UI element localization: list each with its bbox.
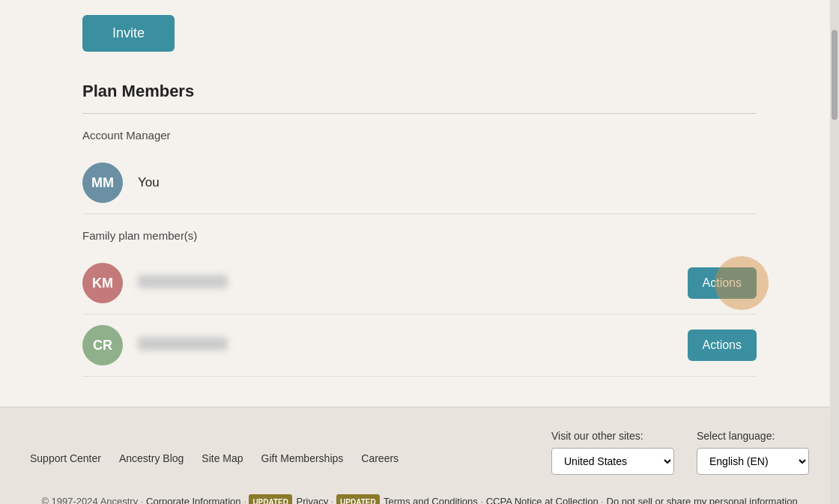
scrollbar-thumb[interactable] — [832, 30, 838, 120]
member-name — [138, 337, 688, 354]
main-content: Invite Plan Members Account Manager MM Y… — [67, 0, 772, 407]
table-row: KM Actions — [82, 252, 757, 315]
footer-link-gift[interactable]: Gift Memberships — [261, 452, 344, 464]
avatar: MM — [82, 163, 123, 203]
footer-link-sitemap[interactable]: Site Map — [202, 452, 243, 464]
actions-wrapper: Actions — [688, 267, 757, 299]
footer-privacy[interactable]: Privacy — [297, 496, 329, 504]
footer-link-support[interactable]: Support Center — [30, 452, 101, 464]
actions-button[interactable]: Actions — [688, 267, 757, 299]
actions-button-2[interactable]: Actions — [688, 330, 757, 361]
language-select[interactable]: English (EN) Español (ES) Français (FR) — [697, 448, 809, 475]
footer-do-not-sell[interactable]: Do not sell or share my personal informa… — [607, 496, 798, 504]
scrollbar[interactable] — [830, 0, 839, 504]
footer-right: Visit our other sites: United States Uni… — [551, 430, 809, 475]
separator: · — [141, 496, 146, 504]
table-row: CR Actions — [82, 315, 757, 377]
account-manager-row: MM You — [82, 152, 757, 214]
account-manager-name: You — [138, 175, 757, 190]
footer-link-blog[interactable]: Ancestry Blog — [119, 452, 184, 464]
country-select[interactable]: United States United Kingdom Australia C… — [551, 448, 674, 475]
account-manager-label: Account Manager — [82, 129, 757, 142]
copyright: © 1997-2024 Ancestry — [41, 496, 138, 504]
plan-members-title: Plan Members — [82, 82, 757, 101]
updated-badge-terms: UPDATED — [336, 494, 380, 504]
footer-top: Support Center Ancestry Blog Site Map Gi… — [30, 430, 809, 475]
language-select-group: Select language: English (EN) Español (E… — [697, 430, 809, 475]
separator: · — [480, 496, 485, 504]
member-name — [138, 275, 688, 292]
blurred-name — [138, 337, 228, 350]
family-section: Family plan member(s) KM Actions CR Acti… — [82, 229, 757, 377]
footer-corporate[interactable]: Corporate Information — [146, 496, 240, 504]
footer-terms[interactable]: Terms and Conditions — [384, 496, 478, 504]
footer: Support Center Ancestry Blog Site Map Gi… — [0, 407, 839, 504]
footer-bottom: © 1997-2024 Ancestry · Corporate Informa… — [30, 493, 809, 504]
avatar: CR — [82, 325, 123, 365]
separator: · — [601, 496, 606, 504]
country-select-group: Visit our other sites: United States Uni… — [551, 430, 674, 475]
separator: · — [331, 496, 336, 504]
blurred-name — [138, 275, 228, 288]
footer-ccpa[interactable]: CCPA Notice at Collection — [486, 496, 599, 504]
actions-wrapper: Actions — [688, 330, 757, 361]
family-members-label: Family plan member(s) — [82, 229, 757, 242]
separator: · — [243, 496, 249, 504]
footer-nav: Support Center Ancestry Blog Site Map Gi… — [30, 430, 399, 464]
footer-link-careers[interactable]: Careers — [361, 452, 399, 464]
language-label: Select language: — [697, 430, 809, 442]
invite-button[interactable]: Invite — [82, 15, 175, 52]
divider — [82, 113, 757, 114]
visit-sites-label: Visit our other sites: — [551, 430, 674, 442]
updated-badge-privacy: UPDATED — [249, 494, 292, 504]
avatar: KM — [82, 263, 123, 303]
